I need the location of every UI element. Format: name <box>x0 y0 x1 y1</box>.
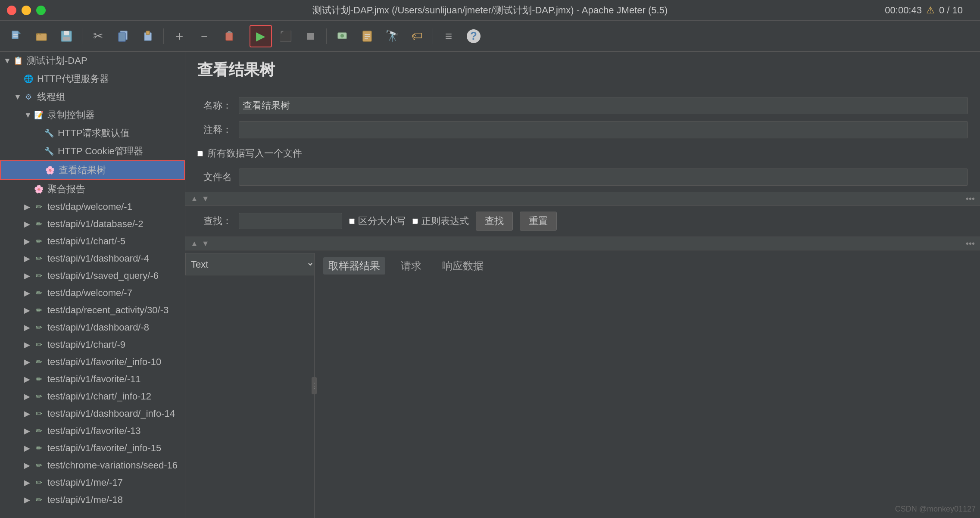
help-btn[interactable]: ? <box>462 25 485 47</box>
tab-response-data[interactable]: 响应数据 <box>437 257 489 275</box>
divider-arrows-1[interactable]: ▲ ▼ <box>190 194 209 203</box>
comment-input[interactable] <box>239 121 968 138</box>
vertical-drag-handle[interactable]: ⋮ <box>312 377 317 394</box>
search-input[interactable] <box>239 213 342 229</box>
tree-arrow-record-ctrl: ▼ <box>24 111 33 120</box>
remove-btn[interactable]: － <box>193 25 215 47</box>
case-sensitive-item: 区分大小写 <box>349 215 406 228</box>
file-label: 文件名 <box>197 171 232 184</box>
remote-btn[interactable] <box>331 25 353 47</box>
tree-item-api-18[interactable]: ▶✏test/api/v1/me/-18 <box>0 491 185 509</box>
tree-item-api-13[interactable]: ▶✏test/api/v1/dashboard/_info-14 <box>0 405 185 422</box>
tree-item-record-ctrl[interactable]: ▼📝录制控制器 <box>0 106 185 124</box>
tree-item-api-17[interactable]: ▶✏test/api/v1/me/-17 <box>0 474 185 491</box>
tree-icon-api-9: ✏ <box>33 339 45 351</box>
regex-checkbox[interactable] <box>412 218 418 224</box>
minimize-button[interactable] <box>22 6 31 15</box>
tree-item-api-14[interactable]: ▶✏test/api/v1/favorite/-13 <box>0 422 185 440</box>
tab-sampler-result[interactable]: 取样器结果 <box>323 257 385 275</box>
case-sensitive-checkbox[interactable] <box>349 218 355 224</box>
tree-item-api-8[interactable]: ▶✏test/api/v1/dashboard/-8 <box>0 319 185 336</box>
text-dropdown[interactable]: Text HTML JSON XML Regexp Tester <box>185 253 314 275</box>
tree-arrow-api-1: ▶ <box>24 202 33 212</box>
cut-btn[interactable]: ✂ <box>87 25 109 47</box>
tree-item-thread-group[interactable]: ▼⚙线程组 <box>0 88 185 106</box>
name-input[interactable] <box>239 97 968 114</box>
shutdown-btn[interactable]: ⏹ <box>300 25 322 47</box>
divider-arrows-2[interactable]: ▲ ▼ <box>190 239 209 248</box>
arrow-down-icon-2: ▼ <box>202 239 209 248</box>
tree-item-http-default[interactable]: 🔧HTTP请求默认值 <box>0 124 185 142</box>
search-btn[interactable]: 查找 <box>476 212 513 231</box>
tree-item-api-6[interactable]: ▶✏test/dap/welcome/-7 <box>0 284 185 302</box>
tree-item-api-9[interactable]: ▶✏test/api/v1/chart/-9 <box>0 336 185 353</box>
tree-item-agg-report[interactable]: 🌸聚合报告 <box>0 180 185 198</box>
svg-rect-6 <box>64 31 69 35</box>
tree-arrow-api-10: ▶ <box>24 357 33 367</box>
save-btn[interactable] <box>55 25 78 47</box>
search-row: 查找： 区分大小写 正则表达式 查找 重置 <box>185 208 980 234</box>
tree-label-api-7: test/dap/recent_activity/30/-3 <box>47 305 169 316</box>
tree-label-api-10: test/api/v1/favorite/_info-10 <box>47 356 161 368</box>
tree-item-plan[interactable]: ▼📋测试计划-DAP <box>0 52 185 70</box>
label-btn[interactable]: 🏷 <box>406 25 428 47</box>
tree-item-api-7[interactable]: ▶✏test/dap/recent_activity/30/-3 <box>0 302 185 319</box>
tree-icon-api-18: ✏ <box>33 494 45 506</box>
reset-btn[interactable]: 重置 <box>520 212 557 231</box>
tree-arrow-api-5: ▶ <box>24 271 33 281</box>
tree-icon-result-tree: 🌸 <box>44 164 56 176</box>
tree-label-api-5: test/api/v1/saved_query/-6 <box>47 270 159 281</box>
binoculars-btn[interactable]: 🔭 <box>381 25 403 47</box>
tree-label-agg-report: 聚合报告 <box>47 183 85 196</box>
sep3 <box>245 28 245 44</box>
tree-item-http-proxy[interactable]: 🌐HTTP代理服务器 <box>0 70 185 88</box>
tree-item-api-1[interactable]: ▶✏test/dap/welcome/-1 <box>0 198 185 215</box>
warning-icon: ⚠ <box>926 5 935 16</box>
svg-rect-11 <box>146 31 150 34</box>
tree-label-api-2: test/api/v1/database/-2 <box>47 218 144 230</box>
divider-bar-1: ▲ ▼ ••• <box>185 192 980 206</box>
tree-label-result-tree: 查看结果树 <box>59 164 106 177</box>
tree-item-api-5[interactable]: ▶✏test/api/v1/saved_query/-6 <box>0 267 185 284</box>
tree-item-api-11[interactable]: ▶✏test/api/v1/favorite/-11 <box>0 371 185 388</box>
tree-item-api-12[interactable]: ▶✏test/api/v1/chart/_info-12 <box>0 388 185 405</box>
paste-btn[interactable] <box>137 25 159 47</box>
write-all-checkbox[interactable] <box>197 151 203 156</box>
template-btn[interactable] <box>356 25 378 47</box>
regex-item: 正则表达式 <box>412 215 469 228</box>
tab-request[interactable]: 请求 <box>396 257 427 275</box>
svg-marker-1 <box>18 31 21 34</box>
tree-item-api-3[interactable]: ▶✏test/api/v1/chart/-5 <box>0 233 185 250</box>
tree-item-api-15[interactable]: ▶✏test/api/v1/favorite/_info-15 <box>0 440 185 457</box>
file-input[interactable] <box>239 169 968 186</box>
tree-item-api-4[interactable]: ▶✏test/api/v1/dashboard/-4 <box>0 250 185 267</box>
add-btn[interactable]: ＋ <box>168 25 190 47</box>
tree-item-api-2[interactable]: ▶✏test/api/v1/database/-2 <box>0 215 185 233</box>
tree-arrow-api-13: ▶ <box>24 409 33 418</box>
new-btn[interactable] <box>5 25 28 47</box>
list-btn[interactable]: ≡ <box>437 25 460 47</box>
close-button[interactable] <box>7 6 16 15</box>
run-btn[interactable]: ▶ <box>250 25 272 47</box>
open-btn[interactable] <box>30 25 53 47</box>
toolbar: ✂ ＋ － ▶ ⬛ ⏹ 🔭 🏷 ≡ ? <box>0 21 980 52</box>
tree-icon-api-15: ✏ <box>33 442 45 454</box>
tree-item-api-16[interactable]: ▶✏test/chrome-variations/seed-16 <box>0 457 185 474</box>
copy-btn[interactable] <box>112 25 134 47</box>
search-label: 查找： <box>197 215 232 228</box>
tree-item-result-tree[interactable]: 🌸查看结果树 <box>0 160 185 180</box>
divider-dots-1[interactable]: ••• <box>966 194 975 204</box>
tree-arrow-api-15: ▶ <box>24 443 33 453</box>
tree-arrow-api-9: ▶ <box>24 340 33 349</box>
tree-item-http-cookie[interactable]: 🔧HTTP Cookie管理器 <box>0 142 185 160</box>
tree-icon-api-1: ✏ <box>33 201 45 213</box>
tree-arrow-api-2: ▶ <box>24 219 33 229</box>
clear-btn[interactable] <box>218 25 240 47</box>
tree-icon-api-7: ✏ <box>33 304 45 316</box>
name-label: 名称： <box>197 99 232 112</box>
tree-item-api-10[interactable]: ▶✏test/api/v1/favorite/_info-10 <box>0 353 185 371</box>
stop-btn[interactable]: ⬛ <box>275 25 297 47</box>
divider-dots-2[interactable]: ••• <box>966 239 975 249</box>
maximize-button[interactable] <box>36 6 46 15</box>
tree-label-api-4: test/api/v1/dashboard/-4 <box>47 253 149 264</box>
